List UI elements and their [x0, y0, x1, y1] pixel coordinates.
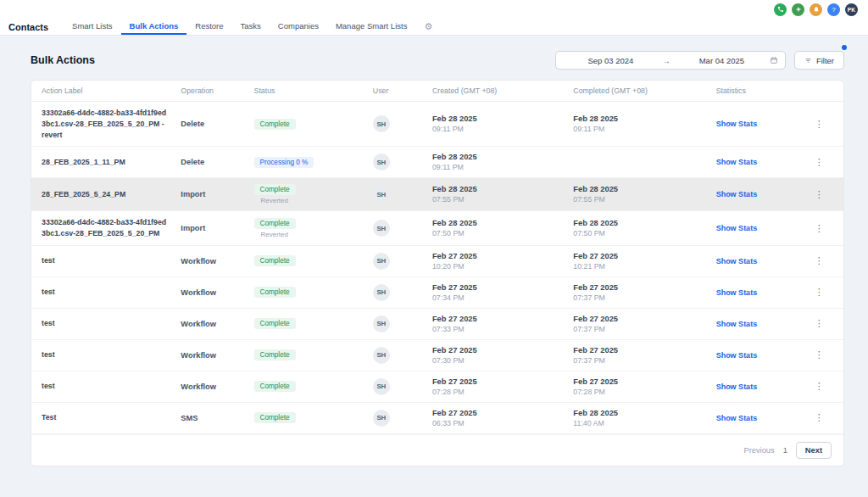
page-number[interactable]: 1 [783, 446, 787, 455]
action-label: test [42, 255, 167, 266]
row-menu-icon[interactable]: ⋮ [811, 119, 827, 130]
column-header [804, 81, 843, 102]
created-time: 07:50 PM [432, 229, 559, 237]
operation-label: Workflow [181, 320, 216, 328]
calendar-icon [770, 56, 778, 64]
user-avatar: SH [373, 284, 390, 301]
bulk-actions-table: Action LabelOperationStatusUserCreated (… [31, 81, 843, 434]
completed-time: 07:28 PM [573, 388, 702, 396]
filter-button-label: Filter [816, 56, 834, 65]
quick-actions-icon[interactable] [792, 3, 804, 16]
settings-gear-icon[interactable]: ⚙ [424, 22, 432, 31]
action-label: 33302a66-d4dc-4882-ba33-4fd1f9ed3bc1.csv… [42, 217, 167, 239]
row-menu-icon[interactable]: ⋮ [811, 349, 827, 360]
created-time: 09:11 PM [432, 163, 559, 171]
tab-tasks[interactable]: Tasks [232, 19, 270, 35]
table-row[interactable]: 28_FEB_2025_1_11_PMDeleteProcessing 0 %S… [31, 147, 843, 178]
filter-button[interactable]: Filter [794, 51, 844, 70]
operation-label: Workflow [181, 288, 216, 297]
operation-label: Delete [181, 120, 204, 128]
table-header-row: Action LabelOperationStatusUserCreated (… [31, 81, 843, 102]
tab-smart-lists[interactable]: Smart Lists [64, 19, 121, 35]
row-menu-icon[interactable]: ⋮ [811, 157, 827, 168]
tab-companies[interactable]: Companies [270, 19, 327, 35]
status-badge: Complete [254, 255, 296, 266]
previous-page-button[interactable]: Previous [744, 446, 775, 455]
row-menu-icon[interactable]: ⋮ [811, 381, 827, 392]
tab-manage-smart-lists[interactable]: Manage Smart Lists [327, 19, 415, 35]
user-avatar: SH [373, 410, 390, 427]
row-menu-icon[interactable]: ⋮ [811, 223, 827, 234]
show-stats-link[interactable]: Show Stats [716, 224, 758, 232]
table-row[interactable]: testWorkflowCompleteSHFeb 27 202507:28 P… [31, 371, 843, 402]
column-header: Action Label [31, 81, 174, 102]
sparkle-icon [795, 6, 802, 13]
created-time: 07:55 PM [432, 195, 559, 204]
operation-label: Import [181, 224, 205, 232]
tab-restore[interactable]: Restore [186, 19, 231, 35]
table-row[interactable]: 28_FEB_2025_5_24_PMImportCompleteReverte… [31, 178, 843, 211]
help-icon[interactable]: ? [827, 3, 840, 16]
show-stats-link[interactable]: Show Stats [716, 351, 758, 360]
filter-active-dot [842, 45, 847, 50]
table-row[interactable]: testWorkflowCompleteSHFeb 27 202507:34 P… [31, 276, 843, 308]
show-stats-link[interactable]: Show Stats [716, 414, 758, 422]
pagination: Previous 1 Next [31, 434, 843, 466]
show-stats-link[interactable]: Show Stats [716, 257, 758, 265]
operation-label: SMS [181, 414, 198, 422]
show-stats-link[interactable]: Show Stats [716, 158, 758, 166]
table-row[interactable]: testWorkflowCompleteSHFeb 27 202507:30 P… [31, 339, 843, 371]
column-header: User [366, 81, 426, 102]
table-row[interactable]: 33302a66-d4dc-4882-ba33-4fd1f9ed3bc1.csv… [31, 211, 843, 246]
table-row[interactable]: testWorkflowCompleteSHFeb 27 202510:20 P… [31, 245, 843, 276]
row-menu-icon[interactable]: ⋮ [811, 412, 827, 423]
phone-icon[interactable] [774, 3, 787, 16]
completed-date: Feb 27 2025 [573, 377, 702, 386]
status-badge: Complete [254, 184, 296, 195]
header-controls: Sep 03 2024 → Mar 04 2025 Filter [555, 51, 844, 70]
completed-time: 11:40 AM [573, 419, 702, 427]
next-page-button[interactable]: Next [796, 442, 832, 459]
show-stats-link[interactable]: Show Stats [716, 190, 758, 198]
action-label: test [42, 287, 167, 298]
table-row[interactable]: 33302a66-d4dc-4882-ba33-4fd1f9ed3bc1.csv… [31, 102, 843, 147]
completed-date: Feb 28 2025 [573, 219, 702, 227]
date-range-end[interactable]: Mar 04 2025 [674, 56, 770, 65]
completed-date: Feb 27 2025 [573, 315, 702, 323]
created-time: 07:33 PM [432, 325, 559, 333]
nav-tabs: Smart ListsBulk ActionsRestoreTasksCompa… [64, 19, 415, 35]
notifications-bell-icon[interactable] [810, 3, 822, 16]
completed-time: 07:37 PM [573, 325, 702, 333]
created-date: Feb 27 2025 [432, 409, 559, 417]
user-avatar[interactable]: PK [845, 3, 858, 16]
completed-time: 07:37 PM [573, 293, 702, 302]
completed-date: Feb 28 2025 [573, 185, 702, 193]
user-avatar: SH [373, 316, 390, 332]
date-range-start[interactable]: Sep 03 2024 [563, 56, 659, 65]
completed-time: 07:37 PM [573, 356, 702, 365]
show-stats-link[interactable]: Show Stats [716, 320, 758, 328]
date-range-picker[interactable]: Sep 03 2024 → Mar 04 2025 [555, 51, 786, 70]
tab-bulk-actions[interactable]: Bulk Actions [121, 19, 187, 35]
row-menu-icon[interactable]: ⋮ [811, 189, 827, 200]
action-label: test [42, 349, 167, 360]
table-row[interactable]: TestSMSCompleteSHFeb 27 202506:33 PMFeb … [31, 402, 843, 433]
show-stats-link[interactable]: Show Stats [716, 120, 758, 128]
operation-label: Workflow [181, 351, 216, 360]
column-header: Status [248, 81, 366, 102]
created-time: 10:20 PM [432, 262, 559, 271]
action-label: Test [42, 412, 167, 423]
row-menu-icon[interactable]: ⋮ [811, 318, 827, 329]
created-time: 06:33 PM [432, 419, 559, 427]
table-row[interactable]: testWorkflowCompleteSHFeb 27 202507:33 P… [31, 308, 843, 339]
completed-time: 07:55 PM [573, 195, 702, 204]
action-label: test [42, 318, 167, 329]
show-stats-link[interactable]: Show Stats [716, 288, 758, 297]
action-label: 33302a66-d4dc-4882-ba33-4fd1f9ed3bc1.csv… [42, 108, 167, 140]
show-stats-link[interactable]: Show Stats [716, 383, 758, 391]
status-badge: Processing 0 % [254, 157, 314, 168]
user-avatar: SH [373, 220, 390, 237]
row-menu-icon[interactable]: ⋮ [811, 255, 827, 266]
nav-bar: Contacts Smart ListsBulk ActionsRestoreT… [0, 19, 868, 36]
row-menu-icon[interactable]: ⋮ [811, 287, 827, 298]
